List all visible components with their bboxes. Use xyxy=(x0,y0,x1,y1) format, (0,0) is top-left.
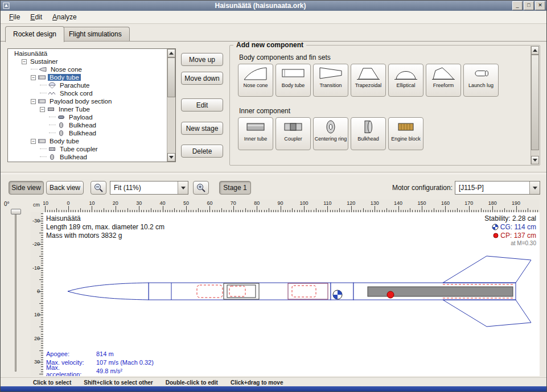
menu-file[interactable]: File xyxy=(4,11,25,23)
scroll-down-button[interactable] xyxy=(531,156,539,164)
ruler-label: -30 xyxy=(32,217,40,223)
split-divider[interactable] xyxy=(1,172,546,174)
scroll-up-button[interactable] xyxy=(531,46,539,55)
nosecone-icon xyxy=(243,73,268,82)
tree-item-tube-coupler[interactable]: Tube coupler xyxy=(8,145,166,153)
component-button-label: Transition xyxy=(314,83,348,88)
upper-fin-outline xyxy=(443,256,531,283)
back-view-button[interactable]: Back view xyxy=(46,181,84,195)
titlebar[interactable]: Haisunäätä (haisunaata.ork) _ □ ✕ xyxy=(1,1,546,11)
tree-connector xyxy=(40,85,47,86)
close-button[interactable]: ✕ xyxy=(535,1,545,10)
maximize-button[interactable]: □ xyxy=(524,1,534,10)
collapse-icon[interactable]: − xyxy=(31,75,36,80)
add-coupler-button[interactable]: Coupler xyxy=(275,117,311,150)
scroll-down-button[interactable] xyxy=(167,153,175,162)
add-bulkhead-button[interactable]: Bulkhead xyxy=(351,117,386,150)
ruler-tick xyxy=(151,208,151,212)
cp-value: CP: 137 cm xyxy=(500,232,536,240)
rotation-slider[interactable] xyxy=(15,209,17,372)
component-button-label: Centering ring xyxy=(314,137,348,142)
payload-icon xyxy=(57,114,65,121)
edit-button[interactable]: Edit xyxy=(181,98,223,112)
move-up-button[interactable]: Move up xyxy=(181,53,223,66)
add-engine-block-button[interactable]: Engine block xyxy=(388,117,423,150)
scrollbar-thumb[interactable] xyxy=(531,55,539,150)
zoom-out-button[interactable] xyxy=(91,181,106,195)
scroll-up-button[interactable] xyxy=(167,49,175,57)
menu-edit[interactable]: Edit xyxy=(25,11,47,23)
arrow-up-icon xyxy=(533,49,537,52)
tree-item-nose-cone[interactable]: Nose cone xyxy=(8,65,166,73)
collapse-icon[interactable]: − xyxy=(31,139,36,144)
dropdown-arrow-icon[interactable] xyxy=(529,181,540,194)
vertical-ruler: -30-20-100102030 xyxy=(31,212,44,376)
zoom-fit-select[interactable]: Fit (11%) xyxy=(110,181,188,195)
ruler-tick xyxy=(45,206,46,212)
dropdown-arrow-icon[interactable] xyxy=(178,181,188,194)
new-stage-button[interactable]: New stage xyxy=(181,122,223,135)
collapse-icon[interactable]: − xyxy=(31,99,36,104)
tree-item-bulkhead[interactable]: Bulkhead xyxy=(8,129,166,137)
ruler-tick xyxy=(139,206,139,212)
tree-connector xyxy=(49,117,56,118)
add-trapezoidal-button[interactable]: Trapezoidal xyxy=(351,64,386,97)
stage-1-button[interactable]: Stage 1 xyxy=(219,181,251,195)
collapse-icon[interactable]: − xyxy=(40,107,45,112)
flight-stats: Apogee:814 mMax. velocity:107 m/s (Mach … xyxy=(46,349,154,375)
ruler-label: 190 xyxy=(512,200,520,206)
tree-item-parachute[interactable]: Parachute xyxy=(8,81,166,89)
tree-item-bulkhead[interactable]: Bulkhead xyxy=(8,153,166,161)
add-body-tube-button[interactable]: Body tube xyxy=(275,64,311,97)
move-down-button[interactable]: Move down xyxy=(181,72,223,85)
flight-stat-apogee: Apogee:814 m xyxy=(46,349,154,358)
delete-button[interactable]: Delete xyxy=(181,145,223,158)
cg-icon xyxy=(492,224,499,230)
motor-configuration-select[interactable]: [J115-P] xyxy=(455,181,540,195)
ruler-tick xyxy=(316,208,316,212)
component-scrollbar[interactable] xyxy=(530,46,539,164)
ruler-label: 40 xyxy=(160,200,166,206)
tree-scrollbar[interactable] xyxy=(167,49,175,162)
ruler-tick xyxy=(80,208,81,212)
add-launch-lug-button[interactable]: Launch lug xyxy=(463,64,499,97)
tree-item-body-tube[interactable]: −Body tube xyxy=(8,137,166,145)
window-title: Haisunäätä (haisunaata.ork) xyxy=(10,2,511,10)
tree-item-haisun-t[interactable]: Haisunäätä xyxy=(8,49,166,57)
tab-rocket-design[interactable]: Rocket design xyxy=(5,26,64,42)
ruler-tick xyxy=(163,206,163,212)
ruler-tick xyxy=(422,206,422,212)
add-freeform-button[interactable]: Freeform xyxy=(426,64,461,97)
add-nose-cone-button[interactable]: Nose cone xyxy=(238,64,273,97)
horizontal-ruler: -100102030405060708090100110120130140150… xyxy=(43,200,540,213)
tree-item-payload-body-section[interactable]: −Payload body section xyxy=(8,97,166,105)
add-transition-button[interactable]: Transition xyxy=(313,64,348,97)
rotation-angle-label: 0° xyxy=(4,201,10,207)
menu-analyze[interactable]: Analyze xyxy=(47,11,82,23)
rocket-canvas[interactable]: Haisunäätä Length 189 cm, max. diameter … xyxy=(43,212,540,376)
tree-item-shock-cord[interactable]: Shock cord xyxy=(8,89,166,97)
scrollbar-thumb[interactable] xyxy=(167,57,175,97)
add-elliptical-button[interactable]: Elliptical xyxy=(388,64,423,97)
add-inner-tube-button[interactable]: Inner tube xyxy=(238,117,273,150)
ruler-tick xyxy=(327,206,328,212)
add-centering-ring-button[interactable]: Centering ring xyxy=(313,117,348,150)
motor-configuration-value: [J115-P] xyxy=(455,184,529,192)
side-view-button[interactable]: Side view xyxy=(9,181,44,195)
tree-item-sustainer[interactable]: −Sustainer xyxy=(8,57,166,65)
zoom-in-button[interactable] xyxy=(193,181,209,195)
status-hint: Click to select xyxy=(33,379,71,386)
flight-stat-label: Max. acceleration: xyxy=(46,364,96,377)
ruler-tick xyxy=(39,374,43,374)
tree-item-body-tube[interactable]: −Body tube xyxy=(8,73,166,81)
tab-flight-simulations[interactable]: Flight simulations xyxy=(61,27,130,42)
ruler-label: 160 xyxy=(441,200,450,206)
collapse-icon[interactable]: − xyxy=(22,59,27,64)
minimize-button[interactable]: _ xyxy=(512,1,523,10)
tree-item-label: Bulkhead xyxy=(67,122,98,129)
tree-item-bulkhead[interactable]: Bulkhead xyxy=(8,121,166,129)
arrow-down-icon xyxy=(181,187,186,189)
tree-item-payload[interactable]: Payload xyxy=(8,113,166,121)
rotation-slider-handle[interactable] xyxy=(11,209,21,214)
tree-item-inner-tube[interactable]: −Inner Tube xyxy=(8,105,166,113)
